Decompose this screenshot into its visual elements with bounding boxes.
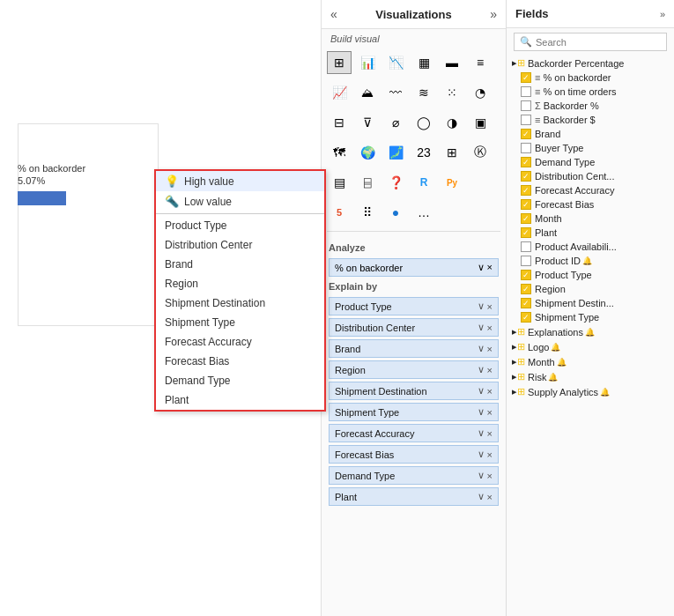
explain-pill-brand[interactable]: Brand ∨ × (329, 339, 499, 358)
pill-close-icon[interactable]: × (487, 471, 493, 481)
checkbox-region[interactable]: ✓ (521, 284, 531, 294)
checkbox-month[interactable]: ✓ (521, 213, 531, 224)
field-month[interactable]: ✓ Month (507, 212, 674, 226)
analyze-close-icon[interactable]: × (487, 262, 493, 272)
checkbox-plant[interactable]: ✓ (521, 227, 531, 238)
pill-chevron-icon[interactable]: ∨ (478, 364, 485, 375)
vis-icon-qna[interactable]: ❓ (383, 171, 408, 194)
pill-close-icon[interactable]: × (487, 386, 493, 397)
checkbox-forecast-acc[interactable]: ✓ (521, 185, 531, 196)
vis-icon-more[interactable]: … (411, 201, 436, 224)
vis-icon-circle[interactable]: ● (383, 201, 408, 224)
vis-icon-100bar[interactable]: ▦ (411, 51, 436, 74)
dropdown-item-shipment-type[interactable]: Shipment Type (156, 313, 324, 332)
field-product-type[interactable]: ✓ Product Type (507, 268, 674, 282)
vis-icon-gauge2[interactable]: ◑ (440, 111, 464, 134)
pill-chevron-icon[interactable]: ∨ (478, 322, 485, 333)
field-forecast-bias[interactable]: ✓ Forecast Bias (507, 197, 674, 212)
explain-pill-forecast-accuracy[interactable]: Forecast Accuracy ∨ × (329, 424, 499, 442)
checkbox-backorder-dollar[interactable] (521, 115, 531, 125)
checkbox-dist-center[interactable]: ✓ (521, 171, 531, 182)
field-dist-center[interactable]: ✓ Distribution Cent... (507, 169, 674, 183)
dropdown-high-value[interactable]: 💡 High value (156, 171, 324, 191)
vis-icon-table[interactable]: ⊞ (327, 51, 352, 74)
pill-chevron-icon[interactable]: ∨ (478, 385, 485, 397)
checkbox-forecast-bias[interactable]: ✓ (521, 199, 531, 210)
explain-pill-product-type[interactable]: Product Type ∨ × (329, 297, 499, 315)
vis-icon-html5[interactable]: 5 (327, 201, 352, 224)
vis-icon-gauge[interactable]: ⌀ (383, 111, 408, 134)
checkbox-brand[interactable]: ✓ (521, 129, 531, 139)
field-group-supply[interactable]: ▸ ⊞ Supply Analytics 🔔 (507, 384, 674, 399)
field-demand-type[interactable]: ✓ Demand Type (507, 155, 674, 169)
vis-icon-r[interactable]: R (411, 171, 436, 194)
explain-pill-shipment-dest[interactable]: Shipment Destination ∨ × (329, 382, 499, 400)
field-buyer-type[interactable]: Buyer Type (507, 141, 674, 155)
explain-pill-dist-center[interactable]: Distribution Center ∨ × (329, 318, 499, 337)
field-shipment-type[interactable]: ✓ Shipment Type (507, 310, 674, 324)
pill-close-icon[interactable]: × (487, 323, 493, 333)
pill-chevron-icon[interactable]: ∨ (478, 343, 485, 354)
field-group-backorder[interactable]: ▸ ⊞ Backorder Percentage (507, 56, 674, 71)
pill-close-icon[interactable]: × (487, 344, 493, 354)
field-group-explanations[interactable]: ▸ ⊞ Explanations 🔔 (507, 324, 674, 339)
vis-icon-filled-map[interactable]: 🗾 (383, 141, 408, 164)
checkbox-shipment-dest[interactable]: ✓ (521, 298, 531, 308)
vis-icon-blank[interactable] (468, 171, 493, 194)
dropdown-item-region[interactable]: Region (156, 274, 324, 293)
field-group-risk[interactable]: ▸ ⊞ Risk 🔔 (507, 369, 674, 384)
vis-icon-hbar2[interactable]: ≡ (468, 51, 493, 74)
field-product-id[interactable]: Product ID 🔔 (507, 254, 674, 268)
field-backorder-dollar[interactable]: ≡ Backorder $ (507, 113, 674, 127)
vis-icon-hbar[interactable]: ▬ (440, 51, 464, 74)
pill-close-icon[interactable]: × (487, 365, 493, 375)
pill-close-icon[interactable]: × (487, 492, 493, 502)
pill-chevron-icon[interactable]: ∨ (478, 470, 485, 481)
dropdown-item-demand-type[interactable]: Demand Type (156, 371, 324, 390)
vis-icon-ribbon[interactable]: 〰 (383, 81, 408, 104)
field-backorder-pct[interactable]: Σ Backorder % (507, 99, 674, 113)
checkbox-product-id[interactable] (521, 256, 531, 266)
pill-chevron-icon[interactable]: ∨ (478, 449, 485, 460)
field-plant[interactable]: ✓ Plant (507, 226, 674, 240)
checkbox-product-type[interactable]: ✓ (521, 270, 531, 280)
dropdown-low-value[interactable]: 🔦 Low value (156, 191, 324, 212)
checkbox-backorder-pct[interactable] (521, 100, 531, 111)
checkbox-pct-time[interactable] (521, 86, 531, 97)
analyze-field-pill[interactable]: % on backorder ∨ × (329, 258, 499, 277)
dropdown-item-plant[interactable]: Plant (156, 390, 324, 410)
field-product-avail[interactable]: Product Availabili... (507, 240, 674, 254)
search-input[interactable] (536, 37, 661, 48)
vis-icon-waterfall[interactable]: ≋ (411, 81, 436, 104)
vis-icon-pie[interactable]: ◔ (468, 81, 493, 104)
vis-icon-donut[interactable]: ◯ (411, 111, 436, 134)
field-shipment-dest[interactable]: ✓ Shipment Destin... (507, 296, 674, 310)
vis-collapse-left[interactable]: « (330, 7, 337, 21)
dropdown-item-brand[interactable]: Brand (156, 255, 324, 274)
dropdown-item-shipment-dest[interactable]: Shipment Destination (156, 293, 324, 313)
field-group-logo[interactable]: ▸ ⊞ Logo 🔔 (507, 339, 674, 354)
pill-chevron-icon[interactable]: ∨ (478, 491, 485, 502)
vis-icon-map2[interactable]: 🌍 (355, 141, 380, 164)
field-region[interactable]: ✓ Region (507, 282, 674, 296)
pill-close-icon[interactable]: × (487, 301, 493, 312)
vis-icon-23[interactable]: 23 (411, 141, 436, 164)
vis-icon-area[interactable]: ⛰ (355, 81, 380, 104)
dropdown-item-dist-center[interactable]: Distribution Center (156, 235, 324, 255)
dropdown-item-product-type[interactable]: Product Type (156, 216, 324, 235)
vis-icon-line[interactable]: 📈 (327, 81, 352, 104)
vis-icon-matrix[interactable]: ⊞ (440, 141, 464, 164)
vis-icon-dotplot[interactable]: ⠿ (355, 201, 380, 224)
checkbox-demand-type[interactable]: ✓ (521, 157, 531, 167)
explain-pill-plant[interactable]: Plant ∨ × (329, 487, 499, 506)
vis-icon-stacked-bar[interactable]: 📉 (383, 51, 408, 74)
pill-chevron-icon[interactable]: ∨ (478, 301, 485, 312)
explain-pill-forecast-bias[interactable]: Forecast Bias ∨ × (329, 445, 499, 464)
analyze-chevron-icon[interactable]: ∨ (478, 262, 485, 272)
explain-pill-region[interactable]: Region ∨ × (329, 360, 499, 379)
search-box[interactable]: 🔍 (514, 33, 667, 51)
vis-icon-card[interactable]: ▣ (468, 111, 493, 134)
pill-close-icon[interactable]: × (487, 428, 493, 439)
vis-icon-bar[interactable]: 📊 (355, 51, 380, 74)
checkbox-pct-backorder[interactable]: ✓ (521, 72, 531, 83)
